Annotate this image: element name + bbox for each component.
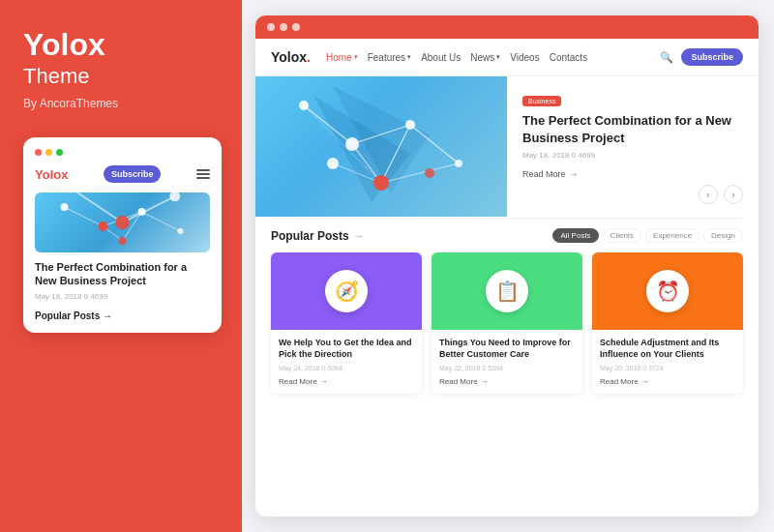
hero-image (255, 76, 507, 217)
svg-line-0 (65, 207, 104, 226)
post-body-1: We Help You to Get the Idea and Pick the… (271, 330, 422, 393)
browser-bar (255, 15, 759, 39)
hero-tag: Business (522, 96, 561, 106)
hero-read-more-link[interactable]: Read More → (522, 169, 743, 179)
hamburger-line (196, 169, 210, 171)
post-meta-1: May 24, 2018 0 6084 (279, 365, 414, 371)
popular-filters: All Posts Clients Experience Design (552, 228, 743, 243)
svg-point-20 (299, 101, 309, 110)
post-read-more-3[interactable]: Read More → (600, 377, 735, 386)
filter-design[interactable]: Design (703, 228, 743, 243)
site-nav: Yolox. Home ▾ Features ▾ About Us News ▾… (255, 39, 759, 76)
popular-header: Popular Posts → All Posts Clients Experi… (271, 228, 743, 243)
hero-nav-arrows: ‹ › (522, 185, 743, 204)
mobile-mockup: Yolox Subscribe The Per (23, 137, 222, 333)
hamburger-line (196, 177, 210, 179)
subscribe-button[interactable]: Subscribe (681, 48, 743, 66)
post-meta-3: May 20, 2018 0 3724 (600, 365, 735, 371)
filter-clients[interactable]: Clients (603, 228, 641, 243)
post-read-more-1[interactable]: Read More → (279, 377, 414, 386)
post-read-more-2[interactable]: Read More → (439, 377, 575, 386)
mobile-hamburger-icon[interactable] (196, 169, 210, 179)
nav-item-contacts[interactable]: Contacts (550, 52, 587, 63)
mobile-nav: Yolox Subscribe (35, 165, 210, 183)
nav-item-features[interactable]: Features ▾ (368, 52, 411, 63)
svg-point-6 (99, 222, 108, 231)
svg-point-9 (119, 237, 127, 245)
mobile-traffic-lights (35, 149, 210, 156)
next-arrow-button[interactable]: › (724, 185, 743, 204)
browser-dot-1 (267, 23, 275, 31)
mobile-dot-green (56, 149, 63, 156)
svg-point-7 (138, 208, 146, 216)
brand-sub: Theme (23, 64, 219, 89)
post-title-1: We Help You to Get the Idea and Pick the… (279, 338, 414, 360)
site-logo: Yolox. (271, 49, 311, 65)
search-icon[interactable]: 🔍 (660, 51, 673, 64)
nav-item-about[interactable]: About Us (421, 52, 461, 63)
mobile-hero-image (35, 192, 210, 252)
posts-grid: 🧭 We Help You to Get the Idea and Pick t… (271, 252, 743, 393)
svg-line-3 (104, 226, 123, 241)
browser-dot-3 (292, 23, 300, 31)
mobile-dot-yellow (45, 149, 52, 156)
svg-point-22 (405, 120, 415, 130)
nav-items: Home ▾ Features ▾ About Us News ▾ Videos… (326, 52, 661, 63)
svg-line-2 (142, 212, 181, 231)
post-body-3: Schedule Adjustment and Its Influence on… (592, 330, 743, 393)
filter-all-posts[interactable]: All Posts (552, 228, 598, 243)
svg-point-25 (327, 158, 339, 169)
arrow-right-icon: → (570, 169, 579, 179)
chevron-down-icon: ▾ (496, 53, 500, 61)
mobile-dot-red (35, 149, 42, 156)
post-meta-2: May 22, 2018 0 5394 (439, 365, 575, 371)
mobile-logo: Yolox (35, 167, 68, 182)
post-thumb-2: 📋 (432, 252, 582, 330)
svg-point-26 (425, 168, 434, 178)
brand-title: Yolox (23, 29, 219, 60)
svg-point-8 (178, 228, 184, 234)
nav-item-news[interactable]: News ▾ (470, 52, 500, 63)
svg-point-24 (373, 175, 389, 191)
post-thumb-1: 🧭 (271, 252, 422, 330)
post-body-2: Things You Need to Improve for Better Cu… (432, 330, 582, 393)
prev-arrow-button[interactable]: ‹ (699, 185, 718, 204)
post-card: ⏰ Schedule Adjustment and Its Influence … (592, 252, 743, 393)
post-thumb-3: ⏰ (592, 252, 743, 330)
browser-dot-2 (280, 23, 287, 31)
clock-icon: ⏰ (646, 270, 689, 312)
svg-point-23 (455, 160, 462, 167)
arrow-right-icon: → (641, 377, 649, 386)
arrow-icon: → (353, 229, 365, 243)
mobile-card-meta: May 18, 2018 0 4699 (35, 292, 210, 301)
filter-experience[interactable]: Experience (645, 228, 700, 243)
arrow-right-icon: → (320, 377, 328, 386)
arrow-right-icon: → (481, 377, 489, 386)
svg-point-5 (61, 203, 69, 211)
hero-title: The Perfect Combination for a New Busine… (522, 112, 743, 147)
post-title-3: Schedule Adjustment and Its Influence on… (600, 338, 735, 360)
document-icon: 📋 (486, 270, 528, 312)
chevron-down-icon: ▾ (354, 53, 358, 61)
hero-info: Business The Perfect Combination for a N… (507, 76, 759, 218)
svg-line-4 (123, 212, 142, 241)
nav-item-videos[interactable]: Videos (510, 52, 539, 63)
svg-line-1 (104, 212, 142, 226)
post-card: 📋 Things You Need to Improve for Better … (432, 252, 582, 393)
post-card: 🧭 We Help You to Get the Idea and Pick t… (271, 252, 422, 393)
hero-date: May 18, 2018 0 4699 (522, 151, 743, 160)
popular-section: Popular Posts → All Posts Clients Experi… (255, 219, 759, 517)
nav-item-home[interactable]: Home ▾ (326, 52, 358, 63)
popular-title: Popular Posts → (271, 229, 365, 243)
right-panel: Yolox. Home ▾ Features ▾ About Us News ▾… (242, 0, 774, 532)
hamburger-line (196, 173, 210, 175)
compass-icon: 🧭 (325, 270, 368, 312)
by-line: By AncoraThemes (23, 97, 219, 110)
left-panel: Yolox Theme By AncoraThemes Yolox Subscr… (0, 0, 242, 532)
post-title-2: Things You Need to Improve for Better Cu… (439, 338, 575, 360)
mobile-subscribe-button[interactable]: Subscribe (104, 165, 162, 183)
svg-point-21 (345, 137, 359, 151)
hero-section: Business The Perfect Combination for a N… (255, 76, 759, 218)
mobile-card-title: The Perfect Combination for a New Busine… (35, 260, 210, 288)
browser-window: Yolox. Home ▾ Features ▾ About Us News ▾… (255, 15, 759, 517)
